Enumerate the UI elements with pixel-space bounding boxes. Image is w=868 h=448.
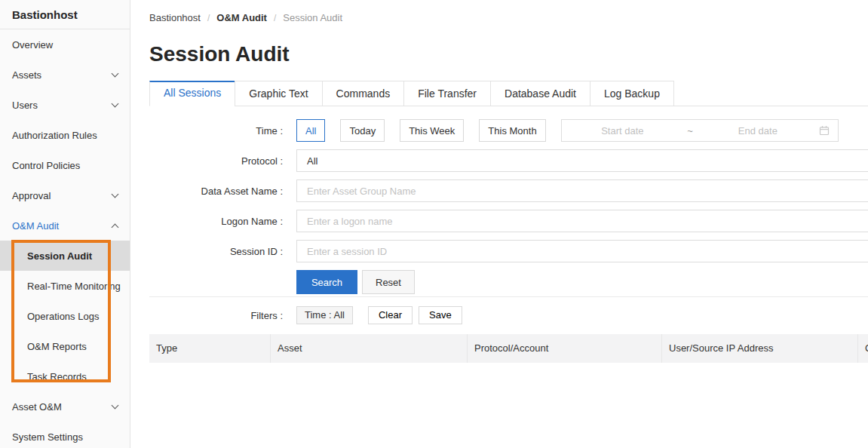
end-date-field[interactable]: End date (697, 125, 819, 137)
tab-graphic-text[interactable]: Graphic Text (235, 81, 322, 106)
time-all-button[interactable]: All (296, 119, 325, 142)
chevron-down-icon (112, 100, 119, 107)
logon-name-input[interactable] (296, 210, 868, 232)
sessions-table-header: Type Asset Protocol/Account User/Source … (149, 334, 868, 363)
sidebar-item-overview[interactable]: Overview (0, 29, 130, 60)
sidebar-item-real-time-monitoring[interactable]: Real-Time Monitoring (0, 271, 130, 301)
tab-commands[interactable]: Commands (322, 81, 405, 106)
protocol-select[interactable] (296, 149, 868, 172)
chevron-down-icon (112, 401, 119, 409)
main-content: Bastionhost / O&M Audit / Session Audit … (130, 0, 868, 448)
column-header-type: Type (149, 334, 270, 363)
date-range-separator: ~ (683, 125, 697, 137)
breadcrumb: Bastionhost / O&M Audit / Session Audit (149, 0, 868, 23)
column-header-protocol-account: Protocol/Account (467, 334, 661, 363)
sidebar-item-system-settings[interactable]: System Settings (0, 422, 130, 448)
search-button[interactable]: Search (296, 270, 357, 294)
sidebar-item-om-reports[interactable]: O&M Reports (0, 331, 130, 361)
logon-name-label: Logon Name : (149, 216, 296, 227)
sidebar-item-authorization-rules[interactable]: Authorization Rules (0, 120, 130, 150)
filters-label: Filters : (149, 310, 296, 321)
sidebar-nav: Overview Assets Users Authorization Rule… (0, 29, 130, 448)
chevron-up-icon (112, 223, 119, 231)
data-asset-name-label: Data Asset Name : (149, 186, 296, 197)
section-divider (149, 296, 868, 297)
logon-name-row: Logon Name : (149, 210, 868, 232)
time-label: Time : (149, 125, 296, 137)
time-this-month-button[interactable]: This Month (479, 119, 545, 142)
data-asset-name-row: Data Asset Name : (149, 180, 868, 202)
sidebar-item-control-policies[interactable]: Control Policies (0, 150, 130, 180)
tab-bar: All Sessions Graphic Text Commands File … (149, 81, 868, 106)
tab-all-sessions[interactable]: All Sessions (149, 81, 235, 106)
date-range-picker[interactable]: Start date ~ End date (561, 119, 839, 142)
search-filter-form: Time : All Today This Week This Month St… (149, 119, 868, 294)
start-date-field[interactable]: Start date (562, 125, 684, 137)
data-asset-name-input[interactable] (296, 180, 868, 202)
column-header-asset: Asset (270, 334, 467, 363)
column-header-user-source-ip: User/Source IP Address (661, 334, 857, 363)
breadcrumb-separator: / (207, 13, 210, 23)
sidebar-item-operations-logs[interactable]: Operations Logs (0, 301, 130, 331)
chevron-down-icon (112, 69, 119, 77)
sidebar-item-task-records[interactable]: Task Records (0, 361, 130, 391)
protocol-row: Protocol : (149, 149, 868, 172)
tab-log-backup[interactable]: Log Backup (590, 81, 674, 106)
session-id-row: Session ID : (149, 240, 868, 262)
filter-chip-time-all[interactable]: Time : All (296, 306, 353, 324)
sidebar-item-om-audit[interactable]: O&M Audit (0, 210, 130, 241)
breadcrumb-item-om-audit[interactable]: O&M Audit (216, 12, 267, 23)
breadcrumb-item-session-audit: Session Audit (283, 12, 342, 23)
app-title: Bastionhost (0, 0, 130, 29)
tab-file-transfer[interactable]: File Transfer (403, 81, 491, 106)
time-today-button[interactable]: Today (340, 119, 385, 142)
sidebar-item-session-audit[interactable]: Session Audit (0, 241, 130, 271)
session-id-label: Session ID : (149, 246, 296, 257)
clear-filters-button[interactable]: Clear (368, 306, 413, 324)
column-header-truncated: O (857, 334, 868, 363)
filters-row: Filters : Time : All Clear Save (149, 306, 868, 324)
sidebar-item-assets[interactable]: Assets (0, 60, 130, 90)
sidebar-item-users[interactable]: Users (0, 90, 130, 120)
session-id-input[interactable] (296, 240, 868, 262)
breadcrumb-item-bastionhost[interactable]: Bastionhost (149, 12, 201, 23)
reset-button[interactable]: Reset (362, 270, 415, 294)
breadcrumb-separator: / (274, 13, 276, 23)
sidebar: Bastionhost Overview Assets Users Author… (0, 0, 130, 448)
time-this-week-button[interactable]: This Week (400, 119, 464, 142)
chevron-down-icon (112, 190, 119, 198)
time-filter-row: Time : All Today This Week This Month St… (149, 119, 868, 142)
sidebar-item-asset-om[interactable]: Asset O&M (0, 391, 130, 422)
protocol-label: Protocol : (149, 155, 296, 167)
save-filters-button[interactable]: Save (419, 306, 462, 324)
tab-database-audit[interactable]: Database Audit (490, 81, 590, 106)
sidebar-item-approval[interactable]: Approval (0, 180, 130, 210)
calendar-icon[interactable] (819, 125, 830, 136)
page-title: Session Audit (149, 41, 868, 67)
form-actions-row: Search Reset (149, 270, 868, 294)
